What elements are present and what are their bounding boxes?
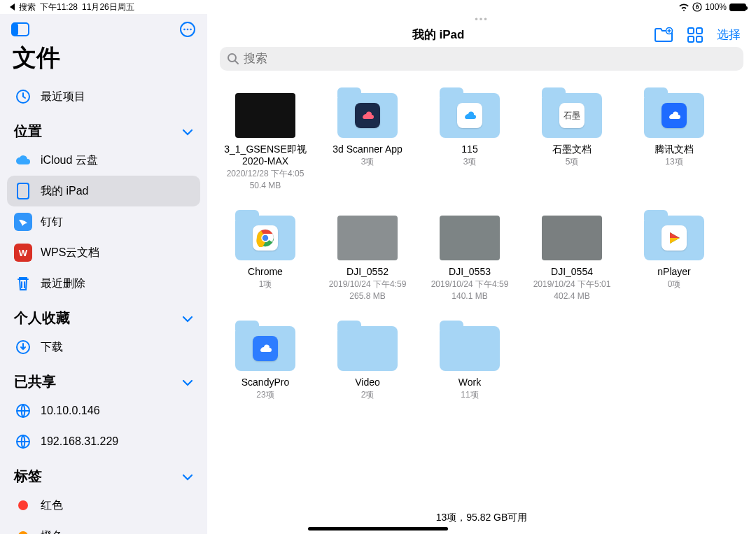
select-button[interactable]: 选择	[717, 27, 741, 43]
sidebar-item[interactable]: 10.10.0.146	[7, 395, 200, 426]
folder-icon	[644, 216, 704, 260]
sidebar-item-label: 最近项目	[41, 90, 85, 104]
trash-icon	[14, 274, 32, 293]
item-name: 3_1_GSENSE即视2020-MAX	[220, 143, 311, 167]
orientation-lock-icon	[692, 2, 702, 12]
sidebar-item-label: 红色	[41, 498, 63, 513]
sidebar-item[interactable]: 192.168.31.229	[7, 426, 200, 457]
sidebar-item[interactable]: 下载	[7, 332, 200, 363]
sidebar-item[interactable]: 最近删除	[7, 268, 200, 299]
back-caret-icon[interactable]	[10, 3, 15, 10]
item-meta: 3项	[361, 157, 374, 168]
item-meta: 50.4 MB	[250, 181, 281, 192]
file-item[interactable]: 3_1_GSENSE即视2020-MAX2020/12/28 下午4:0550.…	[214, 85, 316, 207]
sidebar-item-label: 下载	[41, 340, 63, 355]
search-input[interactable]	[244, 52, 736, 66]
new-folder-button[interactable]	[654, 27, 673, 43]
chevron-down-icon	[182, 123, 193, 139]
battery-percent: 100%	[705, 2, 727, 12]
toggle-sidebar-button[interactable]	[11, 22, 29, 36]
folder-item[interactable]: 1153项	[419, 85, 521, 207]
item-meta: 2020/12/28 下午4:05	[227, 169, 304, 180]
more-options-button[interactable]	[179, 21, 196, 38]
status-bar: 搜索 下午11:28 11月26日周五 100%	[0, 0, 756, 14]
item-meta: 13项	[665, 157, 682, 168]
globe-icon	[14, 433, 32, 451]
folder-icon	[235, 216, 295, 260]
home-indicator[interactable]	[308, 527, 448, 531]
folder-icon	[440, 326, 500, 371]
folder-item[interactable]: nPlayer0项	[623, 207, 725, 318]
file-item[interactable]: DJI_05542019/10/24 下午5:01402.4 MB	[521, 207, 623, 318]
battery-icon	[729, 3, 746, 11]
file-item[interactable]: DJI_05532019/10/24 下午4:59140.1 MB	[419, 207, 521, 318]
folder-item[interactable]: ScandyPro23项	[214, 318, 316, 416]
item-name: ScandyPro	[241, 377, 289, 388]
file-item[interactable]: DJI_05522019/10/24 下午4:59265.8 MB	[316, 207, 419, 318]
folder-item[interactable]: Video2项	[316, 318, 419, 416]
file-grid: 3_1_GSENSE即视2020-MAX2020/12/28 下午4:0550.…	[207, 79, 756, 507]
item-name: Work	[458, 377, 481, 388]
sidebar-heading-locations[interactable]: 位置	[7, 115, 200, 145]
sidebar-item[interactable]: WWPS云文档	[7, 237, 200, 268]
item-meta: 3项	[463, 157, 477, 168]
sidebar-item[interactable]: iCloud 云盘	[7, 145, 200, 176]
sidebar-item-label: 最近删除	[41, 276, 85, 291]
folder-item[interactable]: 3d Scanner App3项	[316, 85, 419, 207]
status-date: 11月26日周五	[82, 1, 134, 13]
search-icon	[227, 52, 239, 65]
sidebar-item-label: WPS云文档	[41, 246, 99, 260]
item-meta: 140.1 MB	[451, 291, 487, 302]
download-icon	[14, 338, 32, 356]
wifi-icon	[678, 3, 690, 11]
svg-point-0	[693, 3, 701, 11]
folder-item[interactable]: 腾讯文档13项	[623, 85, 725, 207]
svg-point-4	[183, 29, 186, 31]
folder-icon	[337, 326, 398, 371]
sidebar-item[interactable]: 橙色	[7, 521, 200, 534]
chevron-down-icon	[182, 374, 193, 390]
ipad-icon	[14, 182, 32, 200]
svg-rect-14	[688, 28, 694, 34]
view-mode-button[interactable]	[687, 27, 703, 43]
svg-rect-15	[696, 28, 702, 34]
sidebar-item[interactable]: 钉钉	[7, 206, 200, 237]
item-meta: 265.8 MB	[349, 291, 385, 302]
folder-item[interactable]: Chrome1项	[214, 207, 316, 318]
sidebar-heading-tags[interactable]: 标签	[7, 460, 200, 490]
svg-rect-16	[688, 36, 694, 42]
status-footer: 13项，95.82 GB可用	[207, 507, 756, 534]
item-meta: 5项	[566, 157, 579, 168]
multitask-handle-icon[interactable]: •••	[207, 14, 756, 24]
item-meta: 402.4 MB	[554, 291, 589, 302]
search-field[interactable]	[220, 47, 743, 71]
tag-dot-icon	[14, 496, 32, 514]
item-name: nPlayer	[657, 266, 690, 278]
sidebar-heading-favorites[interactable]: 个人收藏	[7, 302, 200, 332]
item-name: Video	[355, 377, 380, 388]
item-name: 石墨文档	[552, 143, 592, 155]
sidebar-item-label: 橙色	[41, 529, 63, 535]
status-time: 下午11:28	[40, 1, 78, 13]
wps-icon: W	[14, 244, 32, 262]
app-title: 文件	[0, 38, 207, 80]
folder-icon	[337, 93, 398, 138]
item-meta: 23项	[256, 390, 274, 401]
chevron-down-icon	[182, 468, 193, 484]
item-name: 腾讯文档	[654, 143, 694, 155]
svg-point-6	[190, 29, 192, 31]
folder-icon	[440, 93, 500, 138]
icloud-icon	[14, 151, 32, 169]
item-name: DJI_0553	[449, 266, 491, 278]
sidebar-item-label: 10.10.0.146	[41, 405, 100, 417]
folder-item[interactable]: 石墨石墨文档5项	[521, 85, 623, 207]
clock-icon	[14, 87, 32, 106]
item-meta: 11项	[461, 390, 478, 401]
sidebar-heading-shared[interactable]: 已共享	[7, 365, 200, 395]
back-app-label[interactable]: 搜索	[19, 1, 36, 13]
folder-item[interactable]: Work11项	[419, 318, 521, 416]
sidebar-item-label: iCloud 云盘	[41, 153, 98, 168]
sidebar-item[interactable]: 红色	[7, 490, 200, 521]
sidebar-item-recent[interactable]: 最近项目	[7, 81, 200, 112]
sidebar-item[interactable]: 我的 iPad	[7, 176, 200, 206]
